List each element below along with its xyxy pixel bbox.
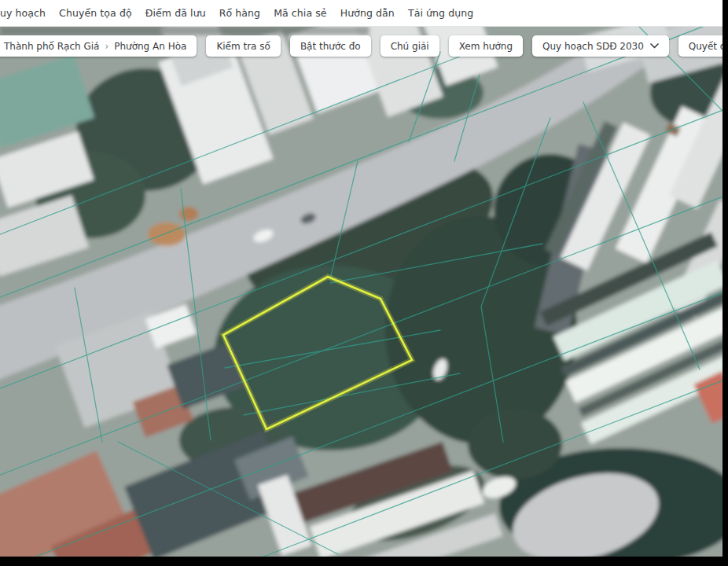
menu-item-quy-hoach[interactable]: Quy hoạch <box>0 7 46 19</box>
menu-item-ro-hang[interactable]: Rổ hàng <box>219 7 260 19</box>
chevron-down-icon <box>650 43 659 49</box>
menu-item-chuyen-toa-do[interactable]: Chuyển tọa độ <box>59 7 132 19</box>
legend-label: Chú giải <box>391 41 429 52</box>
menu-item-huong-dan[interactable]: Hướng dẫn <box>340 7 395 19</box>
letterbox-bottom-bar <box>0 557 728 566</box>
view-direction-label: Xem hướng <box>459 41 513 52</box>
map-canvas[interactable] <box>0 0 728 566</box>
measure-tool-button[interactable]: Bật thước đo <box>290 35 371 57</box>
check-book-button[interactable]: Kiểm tra số <box>206 35 281 57</box>
menu-bar: Quy hoạch Chuyển tọa độ Điểm đã lưu Rổ h… <box>0 0 728 27</box>
map-toolbar: Thành phố Rạch Giá › Phường An Hòa Kiểm … <box>0 35 728 57</box>
menu-item-tai-ung-dung[interactable]: Tải ứng dụng <box>408 7 473 19</box>
legend-button[interactable]: Chú giải <box>381 35 439 57</box>
letterbox-right-bar <box>722 0 728 566</box>
view-direction-button[interactable]: Xem hướng <box>449 35 523 57</box>
decision-button[interactable]: Quyết định <box>678 35 728 57</box>
menu-item-diem-da-luu[interactable]: Điểm đã lưu <box>145 7 206 19</box>
breadcrumb-ward[interactable]: Phường An Hòa <box>114 41 186 52</box>
measure-tool-label: Bật thước đo <box>300 41 361 52</box>
chevron-right-icon: › <box>105 41 108 52</box>
breadcrumb-city[interactable]: Thành phố Rạch Giá <box>4 41 99 52</box>
plan-layer-value: Quy hoạch SDĐ 2030 <box>542 41 644 52</box>
check-book-label: Kiểm tra số <box>216 41 270 52</box>
app-window: Quy hoạch Chuyển tọa độ Điểm đã lưu Rổ h… <box>0 0 728 566</box>
satellite-imagery <box>0 0 728 566</box>
breadcrumb: Thành phố Rạch Giá › Phường An Hòa <box>0 35 197 57</box>
plan-layer-dropdown[interactable]: Quy hoạch SDĐ 2030 <box>532 35 669 57</box>
menu-item-ma-chia-se[interactable]: Mã chia sẻ <box>274 7 327 19</box>
